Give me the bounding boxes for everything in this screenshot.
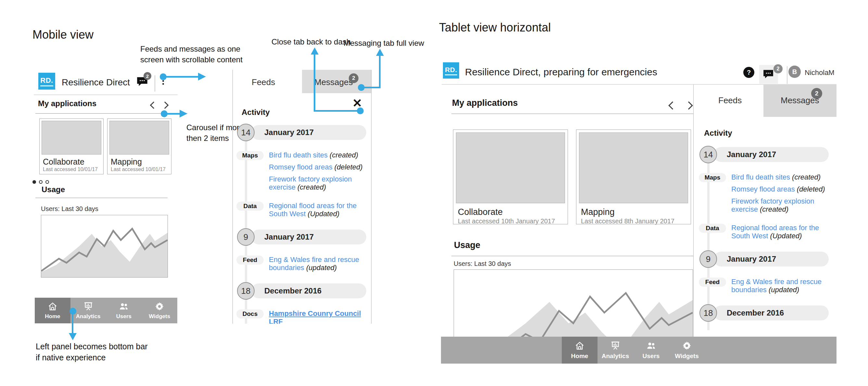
timeline-group: 9January 2017FeedEng & Wales fire and re… (235, 228, 366, 276)
wireframe-sheet: Mobile view Tablet view horizontal Feeds… (0, 0, 868, 386)
app-card-mapping[interactable]: Mapping Last accessed 8th January 2017 (576, 130, 691, 224)
annotation-dot (358, 84, 365, 91)
activity-link[interactable]: Romsey flood areas (731, 185, 795, 193)
brand-name: Resilience Direct (62, 77, 130, 88)
card-accessed: Last accessed 10/01/17 (111, 166, 165, 172)
help-icon[interactable]: ? (743, 67, 754, 78)
tab-feeds[interactable]: Feeds (252, 77, 275, 87)
activity-entry: Firework factory explosion exercise (cre… (731, 197, 829, 213)
nav-item-label: Analytics (602, 353, 629, 360)
timeline-date-header: 14January 2017 (697, 146, 829, 163)
annotation-arrow (311, 47, 318, 55)
timeline-day: 18 (237, 282, 255, 300)
header-rule (34, 94, 178, 95)
annotation-feeds-note: Feeds and messages as one screen with sc… (140, 43, 252, 65)
nav-item-users[interactable]: Users (106, 298, 142, 323)
messages-badge: 2 (144, 72, 151, 80)
activity-timeline: 14January 2017MapsBird flu death sites (… (697, 144, 829, 330)
annotation-line (314, 55, 315, 112)
activity-link[interactable]: Hampshire Counry Council LRF (269, 310, 361, 324)
rd-logo: RD. (443, 62, 459, 78)
activity-link[interactable]: Bird flu death sites (731, 173, 790, 181)
timeline-day: 9 (237, 228, 255, 246)
annotation-arrow (198, 73, 206, 81)
username[interactable]: NicholaM (805, 68, 835, 77)
card-image-placeholder (41, 121, 101, 155)
card-image-placeholder (110, 121, 169, 155)
messages-tab-badge: 2 (349, 73, 359, 83)
activity-entry: Eng & Wales fire and rescue boundaries (… (731, 278, 829, 294)
activity-status: (Updated) (308, 210, 339, 218)
avatar[interactable]: B (788, 66, 801, 78)
tab-feeds[interactable]: Feeds (718, 95, 742, 105)
timeline-date-header: 9January 2017 (697, 250, 829, 268)
activity-entry: Eng & Wales fire and rescue boundaries (… (269, 256, 366, 272)
category-pill: Data (237, 202, 264, 211)
carousel-dot-active[interactable] (32, 180, 36, 184)
nav-item-widgets[interactable]: Widgets (669, 336, 705, 363)
activity-heading: Activity (242, 108, 270, 117)
rd-logo-text: RD. (40, 76, 53, 86)
users-caption: Users: Last 30 days (41, 205, 98, 213)
activity-links: Eng & Wales fire and rescue boundaries (… (731, 278, 829, 298)
activity-status: (created) (792, 173, 820, 181)
messages-icon (763, 69, 774, 79)
nav-item-label: Widgets (149, 313, 170, 320)
activity-status: (Updated) (770, 232, 802, 240)
card-title: Mapping (581, 207, 615, 217)
nav-item-analytics[interactable]: Analytics (597, 336, 633, 363)
app-card-collaborate[interactable]: Collaborate Last accessed 10th January 2… (453, 130, 568, 224)
nav-item-home[interactable]: Home (562, 336, 597, 363)
area-chart-placeholder (454, 270, 693, 338)
timeline-month-pill: January 2017 (714, 147, 829, 162)
widgets-icon (682, 341, 692, 351)
chevron-right-icon[interactable] (685, 101, 693, 109)
chevron-right-icon[interactable] (161, 102, 169, 109)
timeline-date-header: 18December 2016 (697, 304, 829, 322)
tab-messages-label: Messages (314, 77, 353, 87)
carousel-dots[interactable] (32, 179, 52, 185)
section-rule (35, 198, 167, 198)
chevron-left-icon[interactable] (668, 101, 676, 109)
activity-links: Bird flu death sites (created)Romsey flo… (731, 173, 829, 217)
carousel-dot[interactable] (45, 180, 49, 184)
activity-entry: Romsey flood areas (deleted) (731, 185, 829, 193)
app-card-collaborate[interactable]: Collaborate Last accessed 10/01/17 (39, 119, 103, 174)
timeline-day: 14 (700, 146, 717, 163)
card-accessed: Last accessed 10/01/17 (43, 166, 98, 172)
tablet-bottom-nav: Home Analytics Users Widgets (441, 336, 837, 363)
annotation-bottom-note: Left panel becomes bottom bar if native … (36, 341, 148, 363)
annotation-line (165, 76, 199, 77)
activity-entry: Bird flu death sites (created) (731, 173, 829, 181)
rd-logo: RD. (38, 73, 55, 90)
card-accessed: Last accessed 10th January 2017 (458, 218, 555, 225)
users-icon (118, 301, 129, 312)
nav-item-label: Users (116, 313, 131, 320)
my-applications-heading: My applications (452, 98, 518, 108)
users-icon (646, 341, 657, 351)
messages-badge: 2 (774, 64, 783, 73)
activity-links: Bird flu death sites (created)Romsey flo… (269, 151, 366, 195)
usage-heading: Usage (454, 240, 480, 250)
timeline-day: 14 (237, 124, 255, 141)
nav-item-label: Users (643, 353, 660, 360)
mobile-bottom-nav: Home Analytics Users Widgets (35, 298, 177, 323)
app-card-mapping[interactable]: Mapping Last accessed 10/01/17 (107, 119, 172, 174)
activity-link[interactable]: Bird flu death sites (269, 151, 328, 159)
timeline-month-pill: December 2016 (251, 283, 366, 298)
timeline-month-pill: January 2017 (714, 252, 829, 266)
nav-item-widgets[interactable]: Widgets (142, 298, 177, 323)
activity-link[interactable]: Romsey flood areas (269, 163, 333, 171)
usage-heading: Usage (41, 185, 65, 194)
activity-entry: Romsey flood areas (deleted) (269, 163, 366, 171)
timeline-row: FeedEng & Wales fire and rescue boundari… (235, 256, 366, 276)
nav-item-label: Home (571, 353, 588, 360)
nav-item-users[interactable]: Users (633, 336, 669, 363)
timeline-month-pill: December 2016 (714, 305, 829, 320)
nav-item-home[interactable]: Home (35, 298, 70, 323)
annotation-line (364, 87, 380, 88)
mobile-view-title: Mobile view (32, 28, 94, 41)
chevron-left-icon[interactable] (150, 102, 157, 109)
category-pill: Maps (699, 173, 726, 182)
carousel-dot[interactable] (39, 180, 42, 184)
